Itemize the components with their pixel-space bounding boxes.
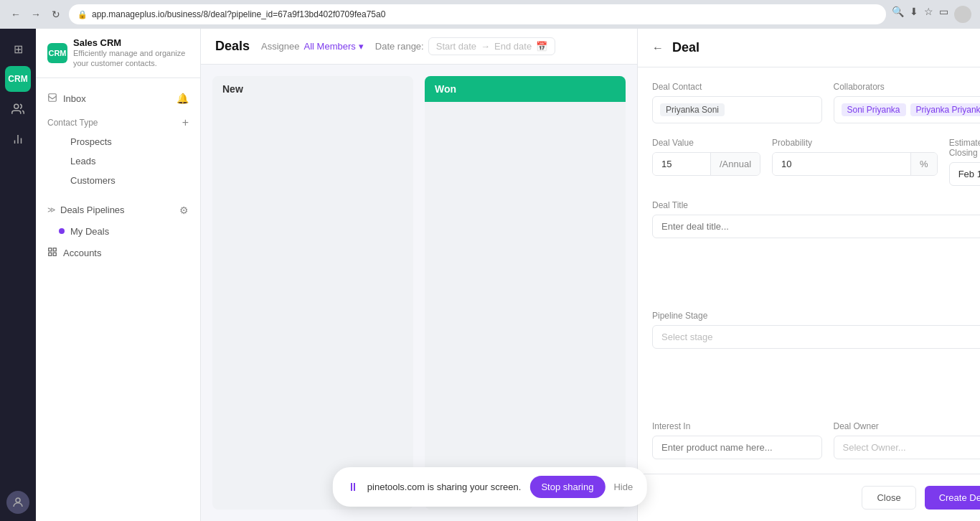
calendar-icon: 📅 — [536, 41, 547, 52]
hide-link[interactable]: Hide — [613, 482, 633, 492]
closing-date-label: Estimated Closing Date — [949, 138, 980, 158]
closing-date-input[interactable] — [949, 162, 980, 186]
address-bar[interactable]: 🔒 app.manageplus.io/business/8/deal?pipe… — [69, 4, 886, 24]
interest-in-input[interactable] — [652, 436, 822, 459]
sidebar-icon-chart[interactable] — [5, 126, 31, 152]
deal-panel-title: Deal — [672, 40, 980, 55]
sidebar-icon-users[interactable] — [5, 96, 31, 122]
svg-rect-6 — [49, 248, 52, 250]
sidebar-icon-grid[interactable]: ⊞ — [5, 36, 31, 62]
date-range-input[interactable]: Start date → End date 📅 — [428, 37, 555, 55]
svg-rect-7 — [53, 248, 56, 250]
create-deal-button[interactable]: Create Deal — [925, 486, 980, 510]
kanban-area: New Won — [201, 65, 637, 521]
collaborators-label: Collaborators — [834, 82, 981, 92]
stop-sharing-button[interactable]: Stop sharing — [529, 476, 605, 498]
forward-button[interactable]: → — [29, 7, 43, 22]
pause-icon: ⏸ — [347, 481, 359, 494]
close-button[interactable]: Close — [862, 486, 915, 510]
collaborator-tag-0: Soni Priyanka — [842, 103, 906, 116]
probability-group: Probability % — [772, 138, 938, 186]
deal-value-suffix: /Annual — [710, 153, 760, 175]
lock-icon: 🔒 — [77, 10, 88, 19]
bookmark-icon[interactable]: ☆ — [924, 6, 933, 23]
kanban-column-body-new — [212, 102, 413, 510]
nav-brand: Sales CRM Efficiently manage and organiz… — [73, 37, 189, 69]
contact-type-label: Contact Type — [47, 118, 98, 128]
pipeline-stage-label: Pipeline Stage — [652, 311, 980, 321]
add-contact-type-button[interactable]: + — [182, 116, 189, 129]
double-arrow-icon: ≫ — [47, 205, 56, 215]
sidebar-icon-crm[interactable]: CRM — [5, 66, 31, 92]
top-bar: Deals Assignee All Members ▾ Date range:… — [201, 29, 637, 65]
svg-rect-8 — [49, 253, 52, 255]
sidebar-bottom — [6, 491, 29, 514]
url-text: app.manageplus.io/business/8/deal?pipeli… — [92, 9, 385, 19]
svg-rect-9 — [53, 253, 56, 255]
pipeline-stage-select-wrapper: Select stage ▾ — [652, 325, 980, 349]
deals-pipelines-header[interactable]: ≫ Deals Pipelines ⚙ — [36, 199, 200, 222]
assignee-chevron-icon: ▾ — [359, 41, 364, 52]
deal-value-input[interactable] — [653, 153, 710, 175]
value-prob-date-row: Deal Value /Annual Probability % Estimat… — [652, 138, 980, 186]
nav-sub-item-leads[interactable]: Leads — [47, 151, 189, 171]
accounts-label: Accounts — [63, 248, 101, 258]
deals-pipelines-label: Deals Pipelines — [60, 205, 125, 215]
probability-suffix: % — [910, 153, 937, 175]
gear-icon[interactable]: ⚙ — [179, 205, 189, 216]
back-button[interactable]: ← — [9, 7, 23, 22]
deal-owner-group: Deal Owner Select Owner... ▾ — [834, 421, 981, 459]
kanban-column-label-won: Won — [435, 83, 456, 95]
kanban-column-won: Won — [425, 76, 626, 510]
browser-chrome: ← → ↻ 🔒 app.manageplus.io/business/8/dea… — [0, 0, 980, 29]
back-button[interactable]: ← — [652, 42, 664, 55]
download-icon[interactable]: ⬇ — [910, 6, 918, 23]
user-avatar[interactable] — [6, 491, 29, 514]
app-wrapper: ⊞ CRM CRM Sales CRM Efficiently manage a… — [0, 0, 980, 521]
nav-sub-item-customers[interactable]: Customers — [47, 171, 189, 190]
nav-subtitle: Efficiently manage and organize your cus… — [73, 48, 189, 69]
accounts-icon — [47, 247, 57, 259]
my-deals-item[interactable]: My Deals — [36, 222, 200, 241]
contact-type-section: Contact Type + Prospects Leads Customers — [36, 111, 200, 196]
pipeline-stage-placeholder: Select stage — [661, 332, 713, 342]
contact-collaborators-row: Deal Contact Priyanka Soni Collaborators… — [652, 82, 980, 123]
probability-input[interactable] — [773, 153, 910, 175]
kanban-column-label-new: New — [222, 83, 243, 95]
deal-contact-tag-0: Priyanka Soni — [660, 103, 725, 116]
notification-text: pinetools.com is sharing your screen. — [367, 482, 522, 492]
kanban-column-header-new: New — [212, 76, 413, 102]
accounts-item[interactable]: Accounts — [36, 241, 200, 265]
deal-panel-body: Deal Contact Priyanka Soni Collaborators… — [638, 67, 980, 474]
nav-sub-item-prospects[interactable]: Prospects — [47, 132, 189, 151]
date-range-section: Date range: Start date → End date 📅 — [375, 37, 555, 55]
contact-type-header[interactable]: Contact Type + — [47, 116, 189, 129]
end-date-placeholder: End date — [494, 41, 532, 52]
collaborator-tag-1: Priyanka Priyanka — [910, 103, 980, 116]
reload-button[interactable]: ↻ — [49, 7, 63, 22]
left-nav-header: CRM Sales CRM Efficiently manage and org… — [36, 29, 200, 78]
assignee-dropdown[interactable]: All Members ▾ — [304, 41, 364, 52]
kanban-column-new: New — [212, 76, 413, 510]
search-icon[interactable]: 🔍 — [892, 6, 904, 23]
my-deals-label: My Deals — [70, 226, 109, 237]
left-nav: CRM Sales CRM Efficiently manage and org… — [36, 29, 201, 521]
notification-bar: ⏸ pinetools.com is sharing your screen. … — [333, 467, 647, 507]
nav-item-inbox[interactable]: Inbox 🔔 — [36, 87, 200, 111]
left-nav-content: Inbox 🔔 Contact Type + Prospects Leads C… — [36, 78, 200, 521]
deal-contact-input[interactable]: Priyanka Soni — [652, 96, 822, 123]
inbox-icon — [47, 93, 57, 105]
split-view-icon[interactable]: ▭ — [939, 6, 948, 23]
inbox-label: Inbox — [63, 93, 86, 104]
pipeline-stage-select[interactable]: Select stage ▾ — [652, 325, 980, 349]
collaborators-group: Collaborators Soni Priyanka Priyanka Pri… — [834, 82, 981, 123]
collaborators-input[interactable]: Soni Priyanka Priyanka Priyanka — [834, 96, 981, 123]
date-range-separator: → — [481, 41, 490, 52]
deal-title-input[interactable] — [652, 215, 980, 238]
deal-value-group: Deal Value /Annual — [652, 138, 760, 186]
profile-avatar[interactable] — [954, 6, 971, 23]
start-date-placeholder: Start date — [436, 41, 476, 52]
deal-owner-select[interactable]: Select Owner... ▾ — [834, 436, 981, 459]
deal-panel-header: ← Deal ✕ — [638, 29, 980, 67]
probability-input-wrapper: % — [772, 152, 938, 176]
